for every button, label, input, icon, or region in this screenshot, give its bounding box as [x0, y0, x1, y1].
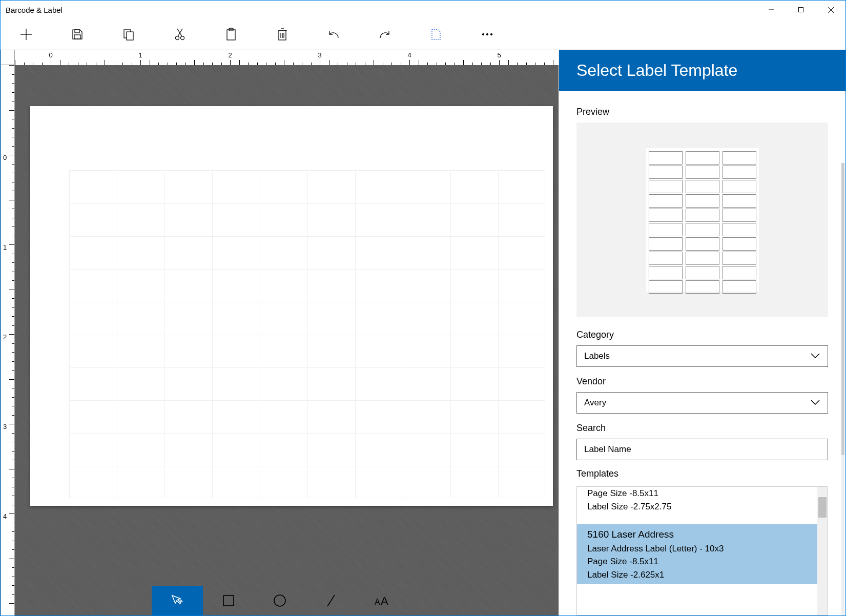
panel-scroll-thumb[interactable] [841, 163, 844, 455]
search-input[interactable] [576, 439, 828, 460]
svg-rect-7 [74, 35, 80, 39]
close-button[interactable] [816, 1, 845, 19]
svg-rect-13 [227, 30, 235, 40]
svg-line-11 [178, 29, 182, 36]
template-label-size: Label Size -2.75x2.75 [587, 500, 815, 514]
template-item-selected[interactable]: 5160 Laser Address Laser Address Label (… [577, 524, 828, 584]
svg-rect-6 [75, 30, 79, 33]
save-button[interactable] [52, 19, 103, 50]
line-tool[interactable] [305, 586, 357, 615]
redo-button[interactable] [359, 19, 410, 50]
templates-list[interactable]: Page Size -8.5x11 Label Size -2.75x2.75 … [576, 486, 828, 615]
select-tool[interactable] [152, 586, 203, 615]
list-scrollbar[interactable] [817, 487, 828, 615]
svg-point-25 [274, 595, 285, 606]
new-button[interactable] [1, 19, 52, 50]
category-label: Category [576, 330, 828, 340]
bottom-toolbar: AA [1, 586, 559, 615]
template-item[interactable]: Page Size -8.5x11 Label Size -2.75x2.75 [577, 487, 828, 516]
window-title: Barcode & Label [6, 6, 63, 14]
label-grid [69, 170, 545, 498]
svg-point-23 [491, 34, 492, 35]
minimize-button[interactable] [756, 1, 786, 19]
maximize-button[interactable] [786, 1, 816, 19]
svg-point-9 [176, 36, 179, 40]
template-page-size: Page Size -8.5x11 [587, 487, 815, 500]
vendor-dropdown[interactable]: Avery [576, 392, 828, 414]
page-sheet [30, 106, 553, 506]
search-label: Search [576, 423, 828, 434]
template-label-size: Label Size -2.625x1 [587, 568, 815, 582]
svg-point-22 [487, 34, 488, 35]
svg-point-21 [483, 34, 484, 35]
svg-text:A: A [381, 594, 388, 607]
ruler-corner [1, 50, 15, 65]
preview-grid [649, 151, 756, 289]
paste-button[interactable] [205, 19, 257, 50]
text-tool[interactable]: AA [357, 586, 408, 615]
template-desc: Laser Address Label (Letter) - 10x3 [587, 542, 815, 556]
panel-title: Select Label Template [559, 50, 845, 91]
ruler-horizontal: 012345 [15, 50, 559, 65]
chevron-down-icon [810, 351, 820, 361]
rectangle-tool[interactable] [203, 586, 254, 615]
template-title: 5160 Laser Address [587, 527, 815, 542]
editor-pane: 012345 01234 AA [1, 50, 559, 615]
more-button[interactable] [462, 19, 513, 50]
svg-rect-24 [223, 596, 234, 606]
undo-button[interactable] [308, 19, 359, 50]
page-button[interactable] [410, 19, 462, 50]
category-dropdown[interactable]: Labels [576, 345, 828, 367]
cut-button[interactable] [154, 19, 205, 50]
main-area: 012345 01234 AA [1, 50, 845, 615]
title-bar: Barcode & Label [1, 1, 845, 19]
svg-text:A: A [375, 598, 380, 606]
preview-sheet [646, 148, 759, 292]
category-value: Labels [584, 351, 610, 361]
svg-rect-1 [799, 8, 803, 12]
window-controls [756, 1, 845, 19]
ellipse-tool[interactable] [254, 586, 305, 615]
toolbar [1, 19, 845, 50]
delete-button[interactable] [257, 19, 308, 50]
templates-label: Templates [576, 468, 828, 479]
canvas[interactable] [15, 65, 559, 615]
ruler-vertical: 01234 [1, 65, 15, 615]
vendor-value: Avery [584, 398, 606, 408]
template-page-size: Page Size -8.5x11 [587, 555, 815, 568]
list-scroll-thumb[interactable] [818, 497, 827, 518]
preview-label: Preview [576, 107, 828, 117]
preview-box [576, 122, 828, 317]
svg-line-12 [177, 29, 182, 36]
chevron-down-icon [810, 398, 820, 408]
side-panel: Select Label Template Preview Category L… [559, 50, 845, 615]
svg-point-10 [181, 36, 184, 40]
vendor-label: Vendor [576, 376, 828, 387]
copy-button[interactable] [103, 19, 154, 50]
svg-line-26 [327, 595, 335, 606]
